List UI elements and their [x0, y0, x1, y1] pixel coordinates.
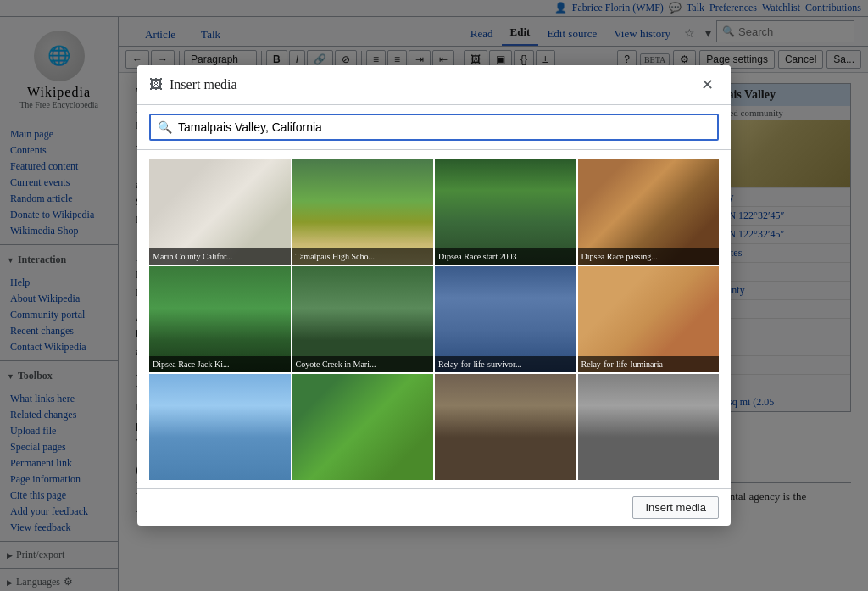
modal-dialog: 🖼 Insert media ✕ 🔍 Marin County Califor.… — [137, 65, 731, 526]
insert-media-button[interactable]: Insert media — [632, 496, 719, 519]
media-item[interactable]: Dipsea Race passing... — [578, 159, 720, 265]
modal-overlay[interactable]: 🖼 Insert media ✕ 🔍 Marin County Califor.… — [0, 0, 868, 591]
media-item[interactable]: Relay-for-life-survivor... — [435, 266, 576, 372]
media-item-label: Dipsea Race passing... — [578, 248, 720, 265]
media-grid: Marin County Califor...Tamalpais High Sc… — [137, 150, 731, 488]
modal-search-container: 🔍 — [149, 114, 719, 141]
media-item-label: Dipsea Race Jack Ki... — [149, 356, 291, 372]
media-item[interactable] — [435, 374, 576, 480]
media-item-label: Tamalpais High Scho... — [292, 248, 434, 265]
media-item[interactable]: Dipsea Race start 2003 — [435, 159, 576, 265]
media-item-label: Relay-for-life-survivor... — [435, 356, 576, 372]
modal-title: Insert media — [170, 77, 696, 92]
media-item[interactable]: Marin County Califor... — [149, 159, 291, 265]
modal-close-button[interactable]: ✕ — [696, 74, 719, 96]
media-item[interactable]: Coyote Creek in Mari... — [292, 266, 434, 372]
modal-footer: Insert media — [137, 488, 731, 526]
media-item-label: Marin County Califor... — [149, 248, 291, 265]
media-item[interactable]: Relay-for-life-luminaria — [578, 266, 720, 372]
modal-search-wrap: 🔍 — [137, 105, 731, 150]
modal-search-input[interactable] — [149, 114, 719, 141]
modal-header: 🖼 Insert media ✕ — [137, 65, 731, 105]
media-item[interactable] — [292, 374, 434, 480]
media-item[interactable] — [149, 374, 291, 480]
modal-search-icon: 🔍 — [158, 120, 172, 135]
media-item[interactable] — [578, 374, 720, 480]
media-item[interactable]: Dipsea Race Jack Ki... — [149, 266, 291, 372]
media-item[interactable]: Tamalpais High Scho... — [292, 159, 434, 265]
media-item-label: Dipsea Race start 2003 — [435, 248, 576, 265]
media-item-label: Coyote Creek in Mari... — [292, 356, 434, 372]
media-item-label: Relay-for-life-luminaria — [578, 356, 720, 372]
modal-media-icon: 🖼 — [149, 77, 163, 92]
